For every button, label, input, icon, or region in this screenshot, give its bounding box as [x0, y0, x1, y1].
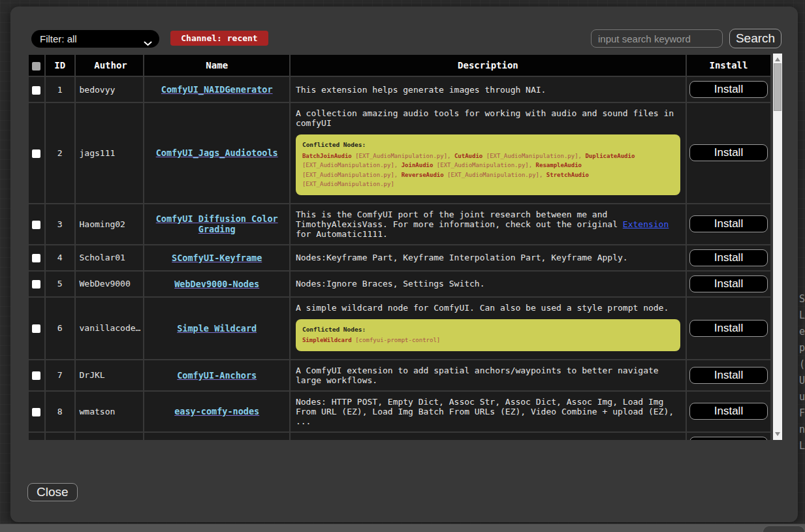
filter-select-wrap: Filter: all: [31, 30, 159, 48]
extension-name-link[interactable]: ComfyUI_NAIDGenerator: [161, 84, 273, 95]
install-button[interactable]: Install: [689, 215, 768, 232]
conflict-node-name: SimpleWildcard: [302, 337, 352, 343]
conflict-node-name: ResampleAudio: [536, 162, 582, 168]
extension-name-link[interactable]: ComfyUI_Jags_Audiotools: [156, 148, 278, 158]
row-id: 2: [46, 103, 74, 203]
table-row: 4Scholar01SComfyUI-KeyframeNodes:Keyfram…: [29, 245, 770, 270]
row-install-cell: Install: [687, 77, 770, 102]
row-name-cell: ComfyUI_Mexx_Styler: [144, 433, 289, 441]
channel-badge[interactable]: Channel: recent: [170, 31, 268, 46]
install-button[interactable]: Install: [689, 144, 768, 161]
row-author: Scholar01: [76, 245, 144, 270]
install-button[interactable]: Install: [689, 249, 768, 266]
row-id: 7: [46, 360, 74, 390]
conflict-warning-box: Conflicted Nodes:BatchJoinAudio [EXT_Aud…: [296, 134, 680, 195]
row-install-cell: Install: [687, 433, 770, 441]
row-author: Haoming02: [76, 204, 144, 244]
conflict-title: Conflicted Nodes:: [302, 325, 674, 335]
install-button[interactable]: Install: [689, 367, 768, 384]
conflict-warning-box: Conflicted Nodes:SimpleWildcard [comfyui…: [296, 319, 680, 351]
install-button[interactable]: Install: [689, 403, 768, 420]
scroll-down-icon[interactable]: [773, 430, 782, 439]
row-checkbox-cell: [29, 298, 44, 359]
extension-table-area: ID Author Name Description Install 1bedo…: [27, 54, 782, 440]
conflict-title: Conflicted Nodes:: [302, 140, 674, 150]
conflict-node-ref: [EXT_AudioManipulation.py]: [486, 153, 578, 159]
row-author: WebDev9000: [76, 272, 144, 296]
conflict-node-list: BatchJoinAudio [EXT_AudioManipulation.py…: [302, 151, 674, 189]
row-name-cell: easy-comfy-nodes: [144, 392, 289, 431]
table-row: 1bedovyyComfyUI_NAIDGeneratorThis extens…: [29, 77, 770, 102]
row-install-cell: Install: [687, 360, 770, 390]
row-description-cell: A collection amazing audio tools for wor…: [291, 103, 686, 203]
extension-name-link[interactable]: SComfyUI-Keyframe: [172, 253, 262, 263]
install-button[interactable]: Install: [689, 320, 768, 337]
row-name-cell: WebDev9000-Nodes: [144, 272, 289, 296]
scroll-up-icon[interactable]: [773, 55, 782, 64]
extension-name-link[interactable]: ComfyUI-Anchors: [177, 370, 257, 381]
header-install: Install: [687, 55, 770, 76]
row-description-cell: Nodes: ComfyUI Mexx Styler, ComfyUI Mexx…: [291, 433, 686, 441]
description-text: Nodes: HTTP POST, Empty Dict, Assoc Str,…: [296, 397, 674, 426]
conflict-node-ref: [EXT_AudioManipulation.py]: [302, 172, 394, 178]
row-checkbox-cell: [29, 77, 44, 102]
description-link[interactable]: Extension: [623, 219, 669, 229]
row-checkbox[interactable]: [32, 371, 40, 380]
row-author: vanillacode…: [76, 298, 144, 359]
install-button[interactable]: Install: [689, 81, 768, 98]
row-description-cell: Nodes: HTTP POST, Empty Dict, Assoc Str,…: [291, 392, 686, 431]
row-checkbox[interactable]: [32, 280, 40, 289]
extension-name-link[interactable]: easy-comfy-nodes: [174, 406, 259, 416]
search-button[interactable]: Search: [729, 29, 781, 48]
row-name-cell: SComfyUI-Keyframe: [144, 245, 289, 270]
row-checkbox[interactable]: [32, 408, 40, 416]
row-checkbox-cell: [29, 204, 44, 244]
row-checkbox[interactable]: [32, 86, 40, 95]
select-all-checkbox[interactable]: [32, 62, 40, 70]
scrollbar-thumb[interactable]: [774, 63, 781, 111]
extension-name-link[interactable]: Simple Wildcard: [177, 323, 257, 334]
description-text: A ComfyUI extension to add spatial ancho…: [296, 366, 659, 385]
row-install-cell: Install: [687, 245, 770, 270]
background-corner-tab: [763, 525, 805, 532]
row-author: SoftMeng: [76, 433, 144, 441]
close-button[interactable]: Close: [27, 483, 78, 501]
row-checkbox-cell: [29, 392, 44, 431]
row-description-cell: A ComfyUI extension to add spatial ancho…: [291, 360, 686, 390]
filter-select[interactable]: Filter: all: [31, 30, 159, 48]
install-button[interactable]: Install: [689, 437, 768, 441]
row-checkbox[interactable]: [32, 324, 40, 333]
extension-name-link[interactable]: ComfyUI Diffusion Color Grading: [156, 213, 278, 234]
install-button[interactable]: Install: [689, 275, 768, 292]
row-checkbox[interactable]: [32, 221, 40, 229]
header-select-all: [29, 55, 44, 76]
row-id: 8: [46, 392, 74, 431]
conflict-node-name: StretchAudio: [546, 172, 589, 178]
row-checkbox[interactable]: [32, 149, 40, 158]
header-name: Name: [144, 55, 289, 76]
row-checkbox-cell: [29, 360, 44, 390]
row-checkbox-cell: [29, 245, 44, 270]
conflict-node-name: CutAudio: [454, 153, 482, 159]
background-page-strip: [0, 524, 805, 532]
description-text: A collection amazing audio tools for wor…: [296, 108, 674, 128]
conflict-node-name: JoinAudio: [402, 162, 434, 168]
row-id: 1: [46, 77, 74, 102]
row-name-cell: ComfyUI Diffusion Color Grading: [144, 204, 289, 244]
extension-name-link[interactable]: ComfyUI_Mexx_Styler: [166, 440, 267, 441]
extension-manager-dialog: Filter: all Channel: recent Search ID Au…: [10, 7, 798, 522]
row-checkbox[interactable]: [32, 254, 40, 262]
table-row: 2jags111ComfyUI_Jags_AudiotoolsA collect…: [29, 103, 770, 203]
row-id: 9: [46, 433, 74, 441]
search-input[interactable]: [591, 29, 723, 48]
row-author: bedovyy: [76, 77, 144, 102]
table-row: 6vanillacode…Simple WildcardA simple wil…: [29, 298, 770, 359]
table-scrollbar[interactable]: [773, 54, 782, 440]
row-checkbox-cell: [29, 272, 44, 296]
row-install-cell: Install: [687, 103, 770, 203]
conflict-node-name: BatchJoinAudio: [302, 153, 352, 159]
extension-name-link[interactable]: WebDev9000-Nodes: [174, 279, 259, 289]
conflict-node-ref: [EXT_AudioManipulation.py]: [302, 181, 394, 187]
row-id: 5: [46, 272, 74, 296]
row-description-cell: Nodes:Ignore Braces, Settings Switch.: [291, 272, 686, 296]
